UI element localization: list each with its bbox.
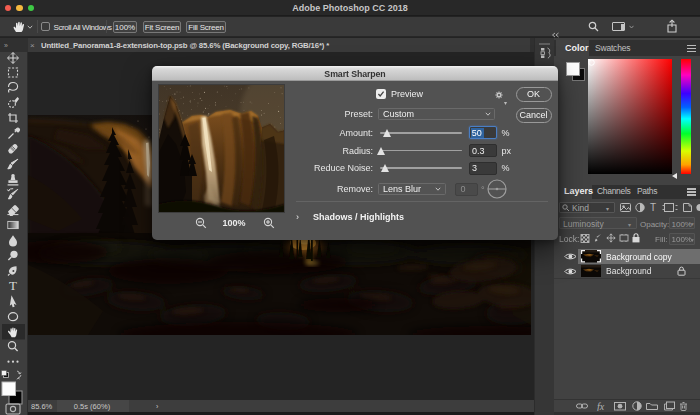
- svg-text:fx: fx: [597, 401, 605, 411]
- svg-text:T: T: [9, 278, 17, 293]
- svg-text:T: T: [650, 202, 656, 213]
